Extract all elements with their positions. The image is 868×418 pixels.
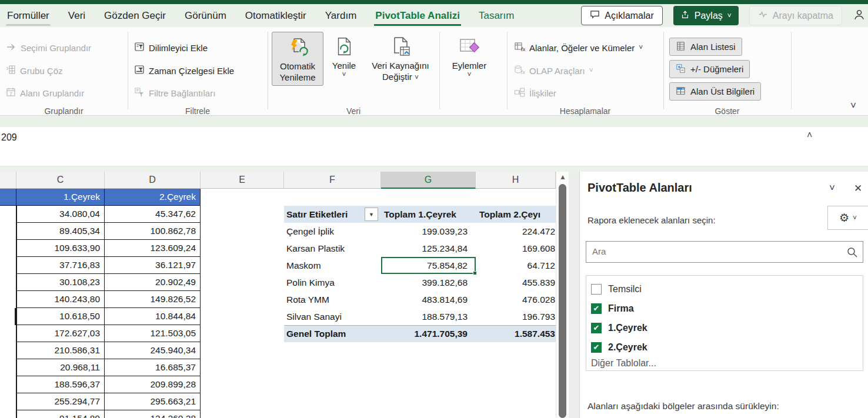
- field-item-firma[interactable]: ✔Firma: [586, 299, 863, 318]
- table-cell[interactable]: 30.108,23: [16, 274, 105, 291]
- pivot-header-q1[interactable]: Toplam 1.Çeyrek: [381, 206, 476, 223]
- pivot-row-label[interactable]: Çengel İplik: [284, 223, 381, 240]
- pivot-row-q2[interactable]: 64.712: [476, 257, 556, 274]
- cell[interactable]: [0, 257, 16, 274]
- vertical-scrollbar[interactable]: ▲: [556, 172, 569, 418]
- cell[interactable]: [0, 223, 16, 240]
- cell[interactable]: [0, 342, 16, 359]
- insert-timeline-button[interactable]: Zaman Çizelgesi Ekle: [134, 63, 234, 78]
- table-header-cell[interactable]: 2.Çeyrek: [105, 189, 201, 206]
- pivot-row-q2[interactable]: 169.608: [476, 240, 556, 257]
- pivot-total-label[interactable]: Genel Toplam: [284, 325, 381, 342]
- search-input[interactable]: [592, 246, 839, 256]
- pivot-row-label[interactable]: Karsan Plastik: [284, 240, 381, 257]
- table-cell[interactable]: 109.633,90: [16, 240, 105, 257]
- table-cell[interactable]: 295.663,21: [105, 393, 201, 410]
- pane-close-icon[interactable]: ✕: [854, 182, 862, 195]
- checkbox-checked[interactable]: ✔: [591, 303, 602, 314]
- table-cell[interactable]: 20.968,11: [16, 359, 105, 376]
- pivot-row-q1[interactable]: 483.814,69: [381, 291, 476, 308]
- cell[interactable]: [0, 274, 16, 291]
- table-cell[interactable]: 34.080,04: [16, 206, 105, 223]
- table-cell[interactable]: 45.347,62: [105, 206, 201, 223]
- tab-otomatiklestir[interactable]: Otomatikleştir: [244, 4, 308, 27]
- table-cell[interactable]: 172.627,03: [16, 325, 105, 342]
- cell[interactable]: [0, 376, 16, 393]
- pivot-row-label[interactable]: Polin Kimya: [284, 274, 381, 291]
- more-tables-link[interactable]: Diğer Tablolar...: [591, 358, 656, 369]
- table-cell[interactable]: 121.503,05: [105, 325, 201, 342]
- table-cell[interactable]: 10.844,84: [105, 308, 201, 325]
- table-cell[interactable]: 16.685,37: [105, 359, 201, 376]
- tab-gozden-gecir[interactable]: Gözden Geçir: [103, 4, 167, 27]
- refresh-button[interactable]: Yenile ˅: [327, 34, 361, 78]
- pivot-header-q2[interactable]: Toplam 2.Çeyı: [476, 206, 556, 223]
- pivot-row-q2[interactable]: 196.793: [476, 308, 556, 325]
- column-header-h[interactable]: H: [476, 172, 556, 189]
- pivot-row-q2[interactable]: 476.028: [476, 291, 556, 308]
- table-header-cell[interactable]: 1.Çeyrek: [16, 189, 105, 206]
- pivot-row-q1[interactable]: 199.039,23: [381, 223, 476, 240]
- pivot-row-label[interactable]: Maskom: [284, 257, 381, 274]
- table-cell[interactable]: 124.260,28: [105, 410, 201, 418]
- field-item-1-eyrek[interactable]: ✔1.Çeyrek: [586, 318, 863, 337]
- spreadsheet-grid[interactable]: CDEFGH1.Çeyrek2.Çeyrek34.080,0445.347,62…: [0, 172, 556, 418]
- collapse-formula-bar-chevron-icon[interactable]: ˄: [807, 130, 812, 141]
- formula-bar-value[interactable]: 209: [1, 132, 17, 143]
- cell[interactable]: [0, 291, 16, 308]
- comments-button[interactable]: Açıklamalar: [581, 6, 663, 25]
- pane-resizer-rail[interactable]: [569, 172, 579, 418]
- table-cell[interactable]: 100.862,78: [105, 223, 201, 240]
- pivot-row-label[interactable]: Rota YMM: [284, 291, 381, 308]
- tools-gear-button[interactable]: ⚙ ˅: [827, 206, 868, 230]
- tab-veri[interactable]: Veri: [67, 4, 86, 27]
- column-header-d[interactable]: D: [105, 172, 201, 189]
- pivot-total-q2[interactable]: 1.587.453: [476, 325, 556, 342]
- table-cell[interactable]: 245.940,34: [105, 342, 201, 359]
- tab-gorunum[interactable]: Görünüm: [183, 4, 228, 27]
- insert-slicer-button[interactable]: Dilimleyici Ekle: [134, 40, 208, 55]
- table-cell[interactable]: 36.121,97: [105, 257, 201, 274]
- table-cell[interactable]: 188.596,37: [16, 376, 105, 393]
- table-cell[interactable]: 89.405,34: [16, 223, 105, 240]
- pivot-row-label[interactable]: Silvan Sanayi: [284, 308, 381, 325]
- table-cell[interactable]: 140.243,80: [16, 291, 105, 308]
- cell[interactable]: [0, 189, 16, 206]
- table-cell[interactable]: 149.826,52: [105, 291, 201, 308]
- cell[interactable]: [0, 393, 16, 410]
- field-list-toggle[interactable]: Alan Listesi: [669, 38, 742, 56]
- actions-menu-button[interactable]: Eylemler ˅: [447, 34, 492, 78]
- field-item-2-eyrek[interactable]: ✔2.Çeyrek: [586, 337, 863, 357]
- table-cell[interactable]: 10.618,50: [16, 308, 105, 325]
- pivot-row-q2[interactable]: 224.472: [476, 223, 556, 240]
- scroll-up-arrow-icon[interactable]: ▲: [556, 173, 569, 181]
- cell[interactable]: [0, 325, 16, 342]
- pivot-row-q1[interactable]: 399.182,68: [381, 274, 476, 291]
- checkbox-unchecked[interactable]: [591, 284, 602, 295]
- tab-pivottable-analizi[interactable]: PivotTable Analizi: [374, 4, 461, 27]
- row-labels-filter-dropdown[interactable]: ▼: [365, 208, 378, 221]
- table-cell[interactable]: 123.609,24: [105, 240, 201, 257]
- column-header-g[interactable]: G: [381, 172, 476, 189]
- cell[interactable]: [0, 240, 16, 257]
- checkbox-checked[interactable]: ✔: [591, 342, 602, 353]
- pane-options-chevron-icon[interactable]: ˅: [829, 182, 835, 194]
- fields-search-box[interactable]: [586, 241, 863, 263]
- pivot-row-q2[interactable]: 455.839: [476, 274, 556, 291]
- column-header-b-sliver[interactable]: [0, 172, 16, 189]
- account-person-icon[interactable]: [853, 8, 866, 24]
- checkbox-checked[interactable]: ✔: [591, 323, 602, 333]
- column-header-f[interactable]: F: [284, 172, 381, 189]
- change-data-source-button[interactable]: Veri Kaynağını Değiştir ˅: [363, 34, 438, 82]
- field-item-temsilci[interactable]: Temsilci: [586, 279, 863, 299]
- formula-bar[interactable]: 209 ˄: [0, 127, 868, 166]
- column-header-c[interactable]: C: [16, 172, 105, 189]
- table-cell[interactable]: 255.294,77: [16, 393, 105, 410]
- tab-tasarim[interactable]: Tasarım: [478, 4, 515, 27]
- field-headers-toggle[interactable]: Alan Üst Bilgileri: [669, 82, 761, 101]
- tab-yardim[interactable]: Yardım: [324, 4, 358, 27]
- column-header-e[interactable]: E: [201, 172, 284, 189]
- table-cell[interactable]: 37.716,83: [16, 257, 105, 274]
- tab-formuller[interactable]: Formüller: [6, 4, 51, 27]
- pivot-row-q1[interactable]: 125.234,84: [381, 240, 476, 257]
